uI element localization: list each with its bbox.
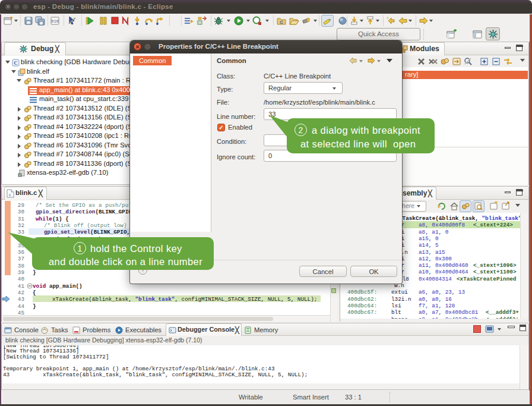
svg-text:C: C [280, 20, 283, 25]
svg-text:010: 010 [51, 19, 59, 24]
svg-text:c: c [9, 191, 11, 197]
svg-text:C: C [14, 60, 18, 66]
